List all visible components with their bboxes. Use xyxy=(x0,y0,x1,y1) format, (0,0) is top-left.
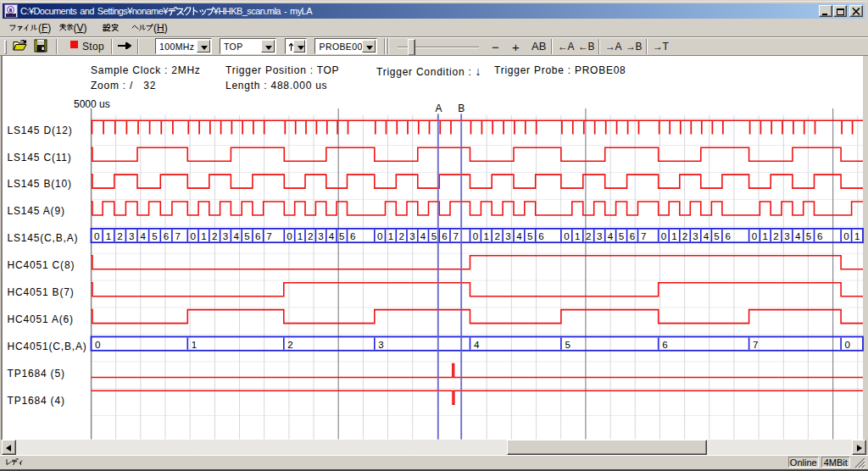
svg-text:5: 5 xyxy=(244,230,249,241)
svg-text:7: 7 xyxy=(641,230,646,241)
svg-text:0: 0 xyxy=(287,230,292,241)
svg-text:LS145 C(11): LS145 C(11) xyxy=(8,152,72,163)
svg-text:0: 0 xyxy=(843,230,849,241)
svg-text:5: 5 xyxy=(619,230,624,241)
svg-text:6: 6 xyxy=(164,230,169,241)
svg-text:TP1684 (5): TP1684 (5) xyxy=(8,368,65,380)
svg-text:1: 1 xyxy=(763,230,768,241)
svg-text:3: 3 xyxy=(597,230,602,241)
svg-text:5: 5 xyxy=(806,230,811,241)
svg-text:2: 2 xyxy=(212,230,217,241)
svg-text:0: 0 xyxy=(190,230,195,241)
svg-text:A: A xyxy=(435,103,442,114)
svg-text:1: 1 xyxy=(388,230,393,241)
svg-text:6: 6 xyxy=(662,339,667,350)
svg-text:6: 6 xyxy=(255,230,260,241)
svg-text:HC4051(C,B,A): HC4051(C,B,A) xyxy=(8,341,87,352)
svg-text:0: 0 xyxy=(94,230,99,241)
svg-text:3: 3 xyxy=(223,230,228,241)
svg-text:HC4051 B(7): HC4051 B(7) xyxy=(8,286,75,298)
svg-text:0: 0 xyxy=(473,230,478,241)
svg-text:0: 0 xyxy=(95,339,100,350)
svg-text:LS145(C,B,A): LS145(C,B,A) xyxy=(8,232,79,244)
svg-text:2: 2 xyxy=(117,230,122,241)
svg-text:7: 7 xyxy=(753,339,758,350)
svg-text:6: 6 xyxy=(538,230,543,241)
svg-text:5: 5 xyxy=(339,230,344,241)
svg-text:1: 1 xyxy=(192,339,197,350)
svg-text:1: 1 xyxy=(854,230,860,241)
svg-text:HC4051 C(8): HC4051 C(8) xyxy=(8,259,75,271)
svg-text:7: 7 xyxy=(453,230,459,241)
svg-text:5: 5 xyxy=(714,230,719,241)
svg-text:2: 2 xyxy=(682,230,687,241)
svg-text:2: 2 xyxy=(308,230,313,241)
svg-text:0: 0 xyxy=(661,230,666,241)
svg-text:6: 6 xyxy=(350,230,355,241)
svg-text:3: 3 xyxy=(505,230,510,241)
svg-text:6: 6 xyxy=(817,230,822,241)
svg-text:B: B xyxy=(458,103,465,114)
svg-text:4: 4 xyxy=(329,230,335,241)
svg-text:5: 5 xyxy=(527,230,532,241)
svg-text:4: 4 xyxy=(474,339,480,350)
svg-text:0: 0 xyxy=(564,230,569,241)
svg-text:2: 2 xyxy=(494,230,499,241)
svg-text:4: 4 xyxy=(795,230,801,241)
svg-text:1: 1 xyxy=(106,230,111,241)
svg-text:TP1684 (4): TP1684 (4) xyxy=(8,395,65,407)
svg-text:5: 5 xyxy=(565,339,570,350)
svg-text:3: 3 xyxy=(409,230,415,241)
svg-text:HC4051 A(6): HC4051 A(6) xyxy=(8,313,74,325)
svg-text:3: 3 xyxy=(129,230,134,241)
svg-text:6: 6 xyxy=(725,230,730,241)
svg-text:1: 1 xyxy=(484,230,489,241)
svg-text:3: 3 xyxy=(378,339,383,350)
svg-text:1: 1 xyxy=(671,230,676,241)
svg-text:3: 3 xyxy=(693,230,698,241)
svg-text:LS145 B(10): LS145 B(10) xyxy=(8,178,72,190)
svg-text:3: 3 xyxy=(784,230,789,241)
svg-text:5: 5 xyxy=(431,230,437,241)
svg-text:7: 7 xyxy=(266,230,271,241)
svg-text:4: 4 xyxy=(420,230,426,241)
svg-text:LS145 A(9): LS145 A(9) xyxy=(8,205,65,217)
svg-text:5: 5 xyxy=(152,230,157,241)
svg-text:4: 4 xyxy=(704,230,709,241)
svg-text:1: 1 xyxy=(575,230,580,241)
svg-text:2: 2 xyxy=(773,230,778,241)
svg-text:6: 6 xyxy=(442,230,447,241)
svg-text:1: 1 xyxy=(298,230,303,241)
svg-text:4: 4 xyxy=(608,230,614,241)
svg-text:4: 4 xyxy=(516,230,522,241)
svg-text:6: 6 xyxy=(630,230,635,241)
svg-text:4: 4 xyxy=(141,230,147,241)
svg-text:LS145 D(12): LS145 D(12) xyxy=(8,125,73,136)
svg-text:3: 3 xyxy=(318,230,323,241)
svg-text:5000 us: 5000 us xyxy=(74,98,110,110)
svg-text:1: 1 xyxy=(201,230,206,241)
svg-text:0: 0 xyxy=(752,230,757,241)
svg-text:2: 2 xyxy=(287,339,292,350)
svg-text:4: 4 xyxy=(234,230,240,241)
svg-text:2: 2 xyxy=(398,230,403,241)
svg-text:7: 7 xyxy=(175,230,180,241)
svg-text:2: 2 xyxy=(586,230,591,241)
svg-text:0: 0 xyxy=(377,230,382,241)
svg-text:0: 0 xyxy=(845,339,850,350)
